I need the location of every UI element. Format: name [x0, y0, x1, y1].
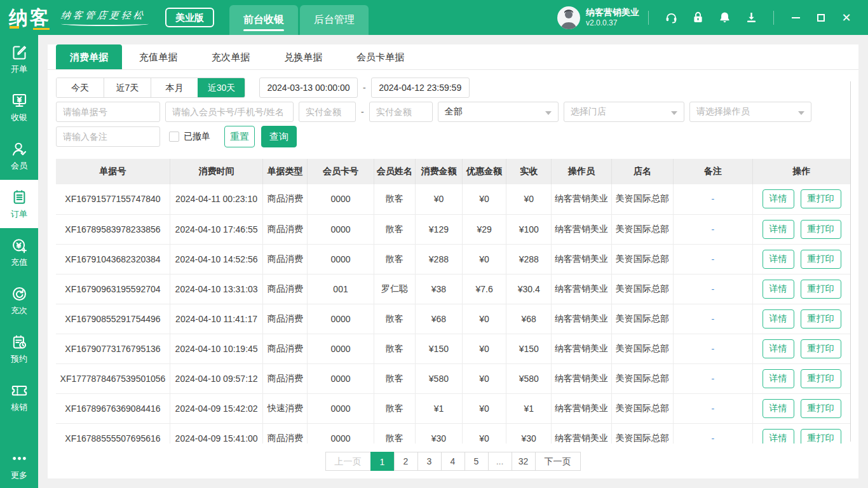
table-cell: ¥288	[415, 244, 462, 274]
detail-button[interactable]: 详情	[763, 220, 794, 239]
divider	[773, 11, 774, 25]
remark-cell: -	[673, 184, 752, 214]
topnav-tab-back-manage[interactable]: 后台管理	[300, 5, 369, 35]
reprint-button[interactable]: 重打印	[801, 429, 841, 444]
range-today[interactable]: 今天	[57, 78, 104, 97]
date-from-input[interactable]	[259, 78, 358, 98]
next-page-button[interactable]: 下一页	[535, 452, 581, 471]
table-row: XF167909631955927042024-04-10 13:31:03商品…	[56, 274, 850, 304]
sidebar-item-open-bill[interactable]: 开单	[0, 35, 38, 83]
sidebar-item-more[interactable]: 更多	[0, 446, 38, 484]
reprint-button[interactable]: 重打印	[801, 339, 841, 358]
maximize-icon[interactable]	[811, 8, 831, 27]
table-cell: ¥129	[415, 214, 462, 244]
table-cell: 纳客营销美业	[552, 184, 611, 214]
avatar[interactable]	[557, 6, 580, 29]
detail-button[interactable]: 详情	[763, 339, 794, 358]
detail-button[interactable]: 详情	[763, 189, 794, 208]
scrollbar[interactable]	[850, 81, 851, 442]
close-icon[interactable]: ✕	[837, 8, 856, 27]
page-button-32[interactable]: 32	[512, 452, 536, 471]
detail-button[interactable]: 详情	[763, 399, 794, 418]
date-to-input[interactable]	[371, 78, 470, 98]
search-button[interactable]: 查询	[261, 126, 297, 147]
cancelled-checkbox[interactable]	[169, 132, 179, 142]
table-cell: ¥68	[415, 304, 462, 334]
sidebar-item-orders[interactable]: 订单	[0, 180, 38, 228]
page-button-1[interactable]: 1	[370, 452, 395, 471]
reprint-button[interactable]: 重打印	[801, 309, 841, 329]
range-last-30-days[interactable]: 近30天	[198, 78, 245, 98]
reprint-button[interactable]: 重打印	[801, 369, 841, 388]
sidebar-item-recharge[interactable]: 充值	[0, 228, 38, 276]
detail-button[interactable]: 详情	[763, 309, 794, 329]
reset-button[interactable]: 重置	[224, 126, 255, 147]
table-cell: ¥0	[463, 423, 506, 444]
table-cell: ¥0	[463, 363, 506, 393]
filter-row-dates: 今天近7天本月近30天 -	[56, 78, 850, 98]
remark-cell: -	[673, 334, 752, 363]
table-cell: 纳客营销美业	[552, 304, 611, 334]
table-cell: 2024-04-10 13:31:03	[170, 274, 262, 304]
tab-recharge-orders[interactable]: 充值单据	[122, 44, 194, 69]
lock-icon[interactable]	[689, 10, 706, 26]
sidebar-item-verify[interactable]: 核销	[0, 373, 38, 421]
table-header-cell: 消费时间	[170, 159, 262, 184]
sidebar-item-cashier[interactable]: 收银	[0, 83, 38, 132]
table-header-cell: 单据类型	[263, 159, 308, 184]
main-area: 消费单据充值单据充次单据兑换单据会员卡单据 今天近7天本月近30天 - - 全部	[38, 35, 868, 488]
table-cell: 2024-04-10 14:52:56	[170, 244, 262, 274]
remark-input[interactable]	[56, 126, 160, 147]
app-window: 纳客 纳客管店更轻松 美业版 前台收银后台管理 纳客营销美业 v2.0.0.37…	[0, 0, 868, 488]
sidebar-item-label: 充值	[11, 257, 27, 268]
sidebar-item-recharge-times[interactable]: 充次	[0, 276, 38, 325]
reprint-button[interactable]: 重打印	[801, 250, 841, 269]
table-cell: 0000	[308, 184, 374, 214]
page-button-5[interactable]: 5	[465, 452, 489, 471]
reprint-button[interactable]: 重打印	[801, 399, 841, 418]
detail-button[interactable]: 详情	[763, 369, 794, 388]
page-button-2[interactable]: 2	[394, 452, 418, 471]
sidebar-item-member[interactable]: 会员	[0, 132, 38, 180]
store-select[interactable]: 选择门店	[564, 102, 684, 122]
range-last-7-days[interactable]: 近7天	[104, 78, 151, 97]
table-cell: ¥30.4	[506, 274, 552, 304]
table-cell: 商品消费	[263, 334, 308, 363]
table-cell: 美资国际总部	[611, 363, 673, 393]
topnav-tab-front-cashier[interactable]: 前台收银	[229, 5, 298, 35]
date-range-separator: -	[363, 83, 366, 93]
minimize-icon[interactable]	[786, 8, 805, 27]
order-no-input[interactable]	[56, 102, 160, 122]
page-button-4[interactable]: 4	[441, 452, 465, 471]
amount-min-input[interactable]	[299, 102, 356, 122]
table-cell: 纳客营销美业	[552, 214, 611, 244]
tab-member-card-orders[interactable]: 会员卡单据	[339, 44, 421, 69]
table-cell: XF16791043682320384	[56, 244, 170, 274]
table-cell: 纳客营销美业	[552, 334, 611, 363]
member-search-input[interactable]	[165, 102, 294, 122]
reprint-button[interactable]: 重打印	[801, 220, 841, 239]
bell-icon[interactable]	[716, 10, 733, 26]
brand-tagline: 纳客管店更轻松	[61, 10, 149, 26]
edition-badge[interactable]: 美业版	[165, 8, 214, 27]
detail-button[interactable]: 详情	[763, 429, 794, 444]
page-button-3[interactable]: 3	[417, 452, 442, 471]
detail-button[interactable]: 详情	[763, 280, 794, 299]
reprint-button[interactable]: 重打印	[801, 189, 841, 208]
operator-select[interactable]: 请选择操作员	[689, 102, 811, 122]
sidebar-item-appointment[interactable]: 预约	[0, 325, 38, 373]
table-row: XF167910436823203842024-04-10 14:52:56商品…	[56, 244, 850, 274]
amount-max-input[interactable]	[369, 102, 433, 122]
tab-times-orders[interactable]: 充次单据	[194, 44, 267, 69]
range-this-month[interactable]: 本月	[151, 78, 198, 97]
reprint-button[interactable]: 重打印	[801, 280, 841, 299]
content-card: 消费单据充值单据充次单据兑换单据会员卡单据 今天近7天本月近30天 - - 全部	[48, 44, 858, 478]
top-bar: 纳客 纳客管店更轻松 美业版 前台收银后台管理 纳客营销美业 v2.0.0.37…	[0, 0, 868, 35]
prev-page-button[interactable]: 上一页	[325, 452, 371, 471]
pay-type-select[interactable]: 全部	[438, 102, 559, 122]
download-icon[interactable]	[743, 10, 759, 26]
detail-button[interactable]: 详情	[763, 250, 794, 269]
service-icon[interactable]	[663, 10, 679, 26]
tab-consume-orders[interactable]: 消费单据	[56, 44, 122, 69]
tab-exchange-orders[interactable]: 兑换单据	[267, 44, 339, 69]
